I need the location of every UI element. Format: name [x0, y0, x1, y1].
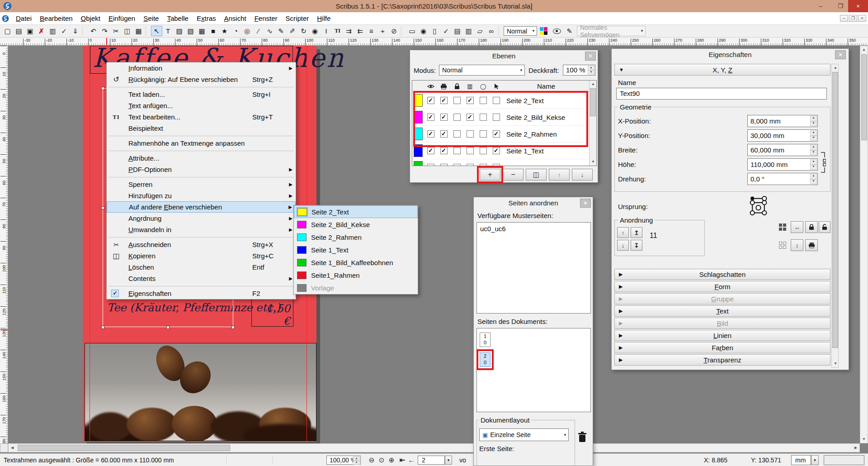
master-page-item[interactable]: uc0_uc6 — [480, 225, 506, 233]
section-bar[interactable]: ▶ Text — [614, 305, 830, 317]
menu-item[interactable]: Ansicht — [220, 12, 250, 24]
flip-horizontal-button[interactable]: ↔ — [791, 221, 803, 233]
separator[interactable] — [82, 27, 86, 36]
menu-item[interactable]: Einfügen — [104, 12, 139, 24]
spin-up-icon[interactable]: ▲ — [810, 145, 817, 150]
ungroup-objects-icon[interactable] — [776, 239, 789, 251]
raise-level-button[interactable]: ↑ — [617, 227, 629, 238]
spin-up-icon[interactable]: ▲ — [810, 174, 817, 179]
insert-image-frame-icon[interactable]: ▨ — [174, 26, 185, 36]
lock-checkbox[interactable] — [453, 130, 461, 138]
context-menu-item[interactable] — [107, 235, 296, 239]
horizontal-scrollbar[interactable]: ◀ ▶ — [8, 443, 860, 452]
insert-arc-icon[interactable]: ◔ — [230, 26, 241, 36]
separator[interactable] — [401, 27, 405, 36]
layer-color-swatch[interactable] — [414, 111, 423, 124]
previous-page-icon[interactable]: ← — [407, 456, 416, 465]
layer-name[interactable]: Seite 2_Bild_Kekse — [503, 114, 590, 121]
basepoint-selector[interactable] — [749, 195, 769, 215]
outline-checkbox[interactable] — [480, 114, 487, 121]
edit-contents-icon[interactable]: I — [321, 26, 332, 36]
pdf-text-field-icon[interactable]: ▯ — [429, 26, 440, 36]
scroll-up-icon[interactable]: ▲ — [832, 64, 839, 71]
outline-checkbox[interactable] — [480, 130, 487, 138]
layer-color-swatch[interactable] — [414, 144, 423, 157]
frame-handle[interactable] — [231, 326, 235, 329]
insert-calligraphy-icon[interactable]: ✎ — [287, 26, 298, 36]
edit-in-preview-icon[interactable]: ✎ — [564, 26, 575, 36]
menu-item[interactable]: Seite — [139, 12, 163, 24]
frame-handle[interactable] — [101, 326, 104, 329]
context-menu-item[interactable]: Eigenschaften F2 — [107, 288, 296, 299]
value-spinbox[interactable]: 60,000 mm ▲▼ — [747, 144, 818, 156]
trash-icon[interactable] — [578, 431, 587, 443]
context-menu-item[interactable]: Auf andere Ebene verschieben ▶ — [107, 201, 296, 213]
pdf-link-icon[interactable]: ∞ — [486, 26, 497, 36]
lock-checkbox[interactable] — [453, 97, 461, 104]
duplicate-layer-button[interactable]: ◫ — [526, 169, 547, 181]
raise-layer-button[interactable]: ↑ — [549, 169, 570, 181]
unit-select[interactable]: mm — [791, 455, 811, 465]
layer-name[interactable]: Seite 2_Text — [503, 97, 590, 105]
rotate-item-icon[interactable]: ↻ — [298, 26, 309, 36]
menu-item[interactable]: Scripter — [282, 12, 313, 24]
context-menu-item[interactable]: Rahmenhöhe an Textmenge anpassen — [107, 138, 296, 149]
menu-item[interactable]: Datei — [12, 12, 36, 24]
insert-shape-icon[interactable]: ■ — [208, 26, 219, 36]
context-menu-item[interactable]: Text bearbeiten... Strg+T — [107, 111, 296, 123]
preview-mode-icon[interactable] — [553, 29, 561, 34]
maximize-button[interactable]: ❐ — [833, 0, 848, 12]
visible-checkbox[interactable]: ✓ — [427, 97, 434, 104]
context-menu-item[interactable]: Text anfügen... — [107, 100, 296, 111]
section-bar[interactable]: ▶ Schlagschatten — [614, 269, 830, 280]
spin-down-icon[interactable]: ▼ — [810, 121, 817, 127]
minimize-button[interactable]: – — [813, 0, 828, 12]
layer-submenu-item[interactable]: Seite 1_Bild_Kaffeebohnen — [294, 256, 418, 269]
close-button[interactable]: × — [848, 0, 868, 12]
visible-checkbox[interactable]: ✓ — [427, 147, 434, 154]
select-checkbox[interactable] — [493, 97, 500, 104]
insert-bezier-icon[interactable]: ∿ — [264, 26, 275, 36]
insert-line-icon[interactable]: ∕ — [253, 26, 264, 36]
mdi-close-button[interactable]: × — [858, 15, 866, 22]
layers-scrollbar[interactable]: ▲ ▼ — [589, 81, 596, 166]
menu-item[interactable]: Objekt — [77, 12, 104, 24]
close-icon[interactable]: × — [585, 52, 596, 61]
insert-polygon-icon[interactable]: ★ — [219, 26, 230, 36]
spin-down-icon[interactable]: ▼ — [810, 179, 817, 185]
layer-name[interactable]: Seite 1_Text — [503, 147, 590, 155]
context-menu-item[interactable]: Rückgängig: Auf Ebene verschieben Strg+Z — [107, 74, 296, 85]
context-menu-item[interactable]: Sperren ▶ — [107, 179, 296, 190]
scroll-down-icon[interactable]: ▼ — [832, 360, 839, 367]
delete-layer-button[interactable]: − — [503, 169, 524, 181]
layout-select[interactable]: ▣ Einzelne Seite ▼ — [479, 428, 569, 441]
page-select-dropdown[interactable]: ▼ — [445, 456, 452, 465]
redo-icon[interactable]: ↷ — [99, 26, 110, 36]
layer-color-swatch[interactable] — [414, 161, 423, 166]
vertical-ruler[interactable]: 0102030405060708090100110120130140150160… — [0, 46, 8, 443]
layer-row[interactable]: ✓ ✓ ✓ Seite 2_Text — [412, 92, 590, 109]
cut-icon[interactable]: ✂ — [110, 26, 122, 36]
value-spinbox[interactable]: 0,0 ° ▲▼ — [747, 173, 818, 185]
scroll-up-icon[interactable]: ▲ — [860, 46, 868, 53]
layer-name[interactable]: Seite 2_Rahmen — [503, 130, 590, 138]
context-menu-item[interactable]: Text laden... Strg+I — [107, 89, 296, 100]
section-bar[interactable]: ▶ Transparenz — [614, 354, 830, 366]
pdf-list-box-icon[interactable]: ▥ — [463, 26, 474, 36]
context-menu-item[interactable] — [107, 284, 296, 288]
layer-submenu-item[interactable]: Seite 2_Bild_Kekse — [294, 218, 418, 231]
scroll-up-icon[interactable]: ▲ — [590, 81, 597, 88]
section-bar[interactable]: ▶ Farben — [614, 342, 830, 353]
spin-up-icon[interactable]: ▲ — [810, 130, 817, 136]
enable-printing-button[interactable] — [805, 239, 818, 251]
print-checkbox[interactable]: ✓ — [440, 147, 448, 154]
group-objects-icon[interactable] — [776, 221, 789, 233]
context-menu-item[interactable]: Hinzufügen zu ▶ — [107, 190, 296, 201]
value-spinbox[interactable]: 8,000 mm ▲▼ — [747, 115, 818, 127]
new-document-icon[interactable]: ▢ — [2, 26, 13, 36]
context-menu-item[interactable]: Beispieltext — [107, 123, 296, 134]
layer-submenu-item[interactable]: Seite1_Rahmen — [294, 269, 418, 281]
properties-scrollbar[interactable]: ▲ ▼ — [831, 64, 839, 368]
zoom-out-icon[interactable]: ⊖ — [367, 456, 376, 465]
context-menu-item[interactable]: Information ▶ — [107, 62, 296, 74]
